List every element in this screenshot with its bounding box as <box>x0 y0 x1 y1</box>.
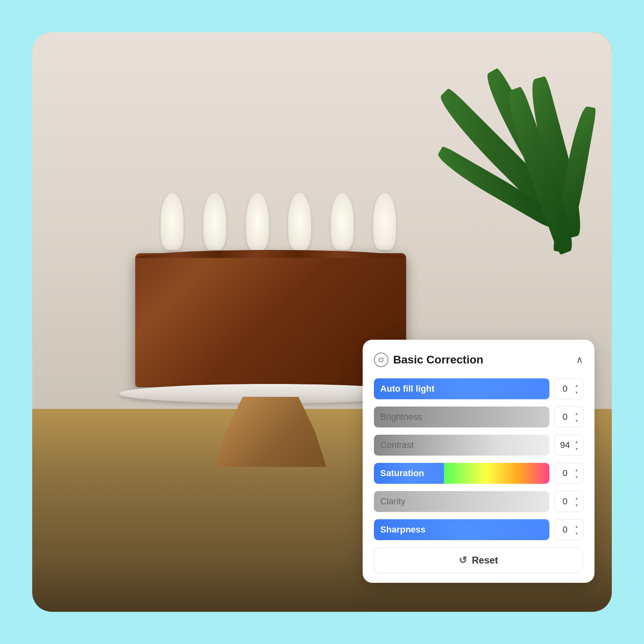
decrement-button[interactable]: ▼ <box>573 417 580 424</box>
cream-puff <box>373 193 396 250</box>
brightness-slider[interactable]: Brightness <box>374 407 549 427</box>
reset-button[interactable]: ↺ Reset <box>374 547 583 573</box>
slider-track-clarity: Clarity <box>374 491 549 512</box>
increment-button[interactable]: ▲ <box>573 438 580 445</box>
icon-symbol: ⊙ <box>378 355 384 364</box>
auto-fill-light-slider[interactable]: Auto fill light <box>374 378 549 399</box>
clarity-stepper[interactable]: ▲ ▼ <box>573 495 580 508</box>
contrast-value-box: 94 ▲ ▼ <box>554 435 583 456</box>
contrast-slider[interactable]: Contrast <box>374 435 549 456</box>
slider-track-gray: Brightness <box>374 407 549 427</box>
cream-puff <box>331 193 354 250</box>
increment-button[interactable]: ▲ <box>573 382 580 388</box>
saturation-slider[interactable]: Saturation <box>374 463 549 484</box>
basic-correction-panel: ⊙ Basic Correction ∧ Auto fill light 0 ▲… <box>363 340 594 583</box>
increment-button[interactable]: ▲ <box>573 466 580 473</box>
sharpness-value: 0 <box>557 524 573 535</box>
saturation-stepper[interactable]: ▲ ▼ <box>573 466 580 480</box>
cake-top <box>151 193 406 250</box>
panel-title-area: ⊙ Basic Correction <box>374 353 483 367</box>
decrement-button[interactable]: ▼ <box>573 502 580 508</box>
main-container: ⊙ Basic Correction ∧ Auto fill light 0 ▲… <box>32 32 612 612</box>
slider-track-contrast: Contrast <box>374 435 549 456</box>
clarity-value: 0 <box>557 496 573 507</box>
cream-puff <box>161 193 184 250</box>
panel-header: ⊙ Basic Correction ∧ <box>374 353 583 367</box>
collapse-button[interactable]: ∧ <box>576 354 583 365</box>
sharpness-value-box: 0 ▲ ▼ <box>554 519 583 540</box>
auto-fill-light-value: 0 <box>557 384 573 394</box>
contrast-stepper[interactable]: ▲ ▼ <box>573 438 580 452</box>
brightness-label: Brightness <box>380 412 422 422</box>
decrement-button[interactable]: ▼ <box>573 446 580 452</box>
saturation-value: 0 <box>557 468 573 479</box>
increment-button[interactable]: ▲ <box>573 495 580 501</box>
brightness-stepper[interactable]: ▲ ▼ <box>573 410 580 424</box>
decrement-button[interactable]: ▼ <box>573 474 580 480</box>
brightness-value: 0 <box>557 412 573 422</box>
sharpness-stepper[interactable]: ▲ ▼ <box>573 523 580 537</box>
slider-label: Auto fill light <box>380 384 434 394</box>
cream-puff <box>246 193 269 250</box>
contrast-value: 94 <box>557 440 573 450</box>
contrast-label: Contrast <box>380 440 414 450</box>
slider-track-blue: Auto fill light <box>374 378 549 399</box>
sharpness-slider[interactable]: Sharpness <box>374 519 549 540</box>
cake-stand <box>215 397 326 467</box>
cream-puff <box>203 193 226 250</box>
increment-button[interactable]: ▲ <box>573 523 580 529</box>
auto-fill-light-stepper[interactable]: ▲ ▼ <box>573 382 580 396</box>
reset-icon: ↺ <box>459 555 467 566</box>
slider-row-clarity: Clarity 0 ▲ ▼ <box>374 491 583 512</box>
auto-fill-light-value-box: 0 ▲ ▼ <box>554 378 583 399</box>
reset-label: Reset <box>472 555 498 566</box>
saturation-label: Saturation <box>380 468 424 479</box>
clarity-value-box: 0 ▲ ▼ <box>554 491 583 512</box>
slider-row-sharpness: Sharpness 0 ▲ ▼ <box>374 519 583 540</box>
saturation-blue-part: Saturation <box>374 463 444 484</box>
clarity-slider[interactable]: Clarity <box>374 491 549 512</box>
brightness-value-box: 0 ▲ ▼ <box>554 407 583 427</box>
saturation-track-inner: Saturation <box>374 463 549 484</box>
slider-row-saturation: Saturation 0 ▲ ▼ <box>374 463 583 484</box>
decrement-button[interactable]: ▼ <box>573 530 580 537</box>
decrement-button[interactable]: ▼ <box>573 389 580 396</box>
panel-title: Basic Correction <box>393 353 483 366</box>
plant-leaves <box>435 61 592 357</box>
saturation-value-box: 0 ▲ ▼ <box>554 463 583 484</box>
slider-row-auto-fill-light: Auto fill light 0 ▲ ▼ <box>374 378 583 399</box>
correction-icon: ⊙ <box>374 353 388 367</box>
cream-puff <box>288 193 311 250</box>
slider-track-blue-sharpness: Sharpness <box>374 519 549 540</box>
saturation-color-part <box>444 463 549 484</box>
sharpness-label: Sharpness <box>380 524 426 535</box>
clarity-label: Clarity <box>380 496 405 507</box>
increment-button[interactable]: ▲ <box>573 410 580 417</box>
slider-row-brightness: Brightness 0 ▲ ▼ <box>374 407 583 427</box>
slider-row-contrast: Contrast 94 ▲ ▼ <box>374 435 583 456</box>
